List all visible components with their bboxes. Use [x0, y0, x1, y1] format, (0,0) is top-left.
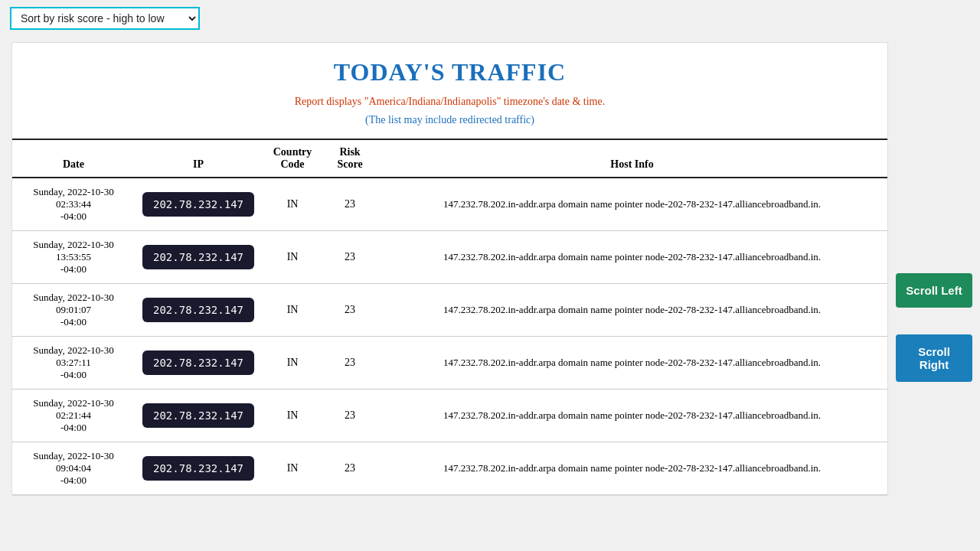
cell-host-info: 147.232.78.202.in-addr.arpa domain name …	[377, 390, 887, 442]
cell-date: Sunday, 2022-10-3002:33:44-04:00	[12, 178, 135, 231]
sort-select[interactable]: Sort by risk score - high to low Sort by…	[10, 7, 200, 30]
table-row: Sunday, 2022-10-3013:53:55-04:00202.78.2…	[12, 231, 887, 284]
cell-country-code: IN	[262, 337, 323, 390]
cell-ip[interactable]: 202.78.232.147	[135, 178, 262, 231]
cell-country-code: IN	[262, 178, 323, 231]
cell-ip[interactable]: 202.78.232.147	[135, 390, 262, 442]
cell-country-code: IN	[262, 442, 323, 495]
cell-ip[interactable]: 202.78.232.147	[135, 231, 262, 284]
cell-date: Sunday, 2022-10-3002:21:44-04:00	[12, 390, 135, 442]
cell-risk-score: 23	[323, 231, 377, 284]
col-header-country: CountryCode	[262, 139, 323, 178]
table-row: Sunday, 2022-10-3003:27:11-04:00202.78.2…	[12, 337, 887, 390]
cell-date: Sunday, 2022-10-3003:27:11-04:00	[12, 337, 135, 390]
cell-risk-score: 23	[323, 390, 377, 442]
cell-date: Sunday, 2022-10-3009:04:04-04:00	[12, 442, 135, 495]
table-row: Sunday, 2022-10-3002:21:44-04:00202.78.2…	[12, 390, 887, 442]
scroll-left-button[interactable]: Scroll Left	[896, 273, 972, 308]
cell-date: Sunday, 2022-10-3009:01:07-04:00	[12, 284, 135, 337]
cell-risk-score: 23	[323, 178, 377, 231]
cell-country-code: IN	[262, 284, 323, 337]
col-header-date: Date	[12, 139, 135, 178]
sort-container: Sort by risk score - high to low Sort by…	[10, 7, 200, 30]
main-content: TODAY'S TRAFFIC Report displays "America…	[11, 42, 888, 496]
scroll-right-button[interactable]: Scroll Right	[896, 334, 972, 382]
cell-host-info: 147.232.78.202.in-addr.arpa domain name …	[377, 178, 887, 231]
col-header-host: Host Info	[377, 139, 887, 178]
cell-date: Sunday, 2022-10-3013:53:55-04:00	[12, 231, 135, 284]
cell-host-info: 147.232.78.202.in-addr.arpa domain name …	[377, 284, 887, 337]
table-row: Sunday, 2022-10-3009:01:07-04:00202.78.2…	[12, 284, 887, 337]
cell-host-info: 147.232.78.202.in-addr.arpa domain name …	[377, 337, 887, 390]
cell-ip[interactable]: 202.78.232.147	[135, 442, 262, 495]
table-row: Sunday, 2022-10-3009:04:04-04:00202.78.2…	[12, 442, 887, 495]
cell-ip[interactable]: 202.78.232.147	[135, 284, 262, 337]
table-row: Sunday, 2022-10-3002:33:44-04:00202.78.2…	[12, 178, 887, 231]
report-title: TODAY'S TRAFFIC	[12, 51, 887, 93]
traffic-table: Date IP CountryCode RiskScore Host Info …	[12, 139, 887, 495]
report-note: (The list may include redirected traffic…	[12, 111, 887, 139]
col-header-risk: RiskScore	[323, 139, 377, 178]
cell-risk-score: 23	[323, 442, 377, 495]
table-header-row: Date IP CountryCode RiskScore Host Info	[12, 139, 887, 178]
cell-country-code: IN	[262, 231, 323, 284]
report-subtitle: Report displays "America/Indiana/Indiana…	[12, 93, 887, 111]
cell-host-info: 147.232.78.202.in-addr.arpa domain name …	[377, 442, 887, 495]
cell-host-info: 147.232.78.202.in-addr.arpa domain name …	[377, 231, 887, 284]
cell-country-code: IN	[262, 390, 323, 442]
cell-risk-score: 23	[323, 284, 377, 337]
col-header-ip: IP	[135, 139, 262, 178]
cell-ip[interactable]: 202.78.232.147	[135, 337, 262, 390]
cell-risk-score: 23	[323, 337, 377, 390]
